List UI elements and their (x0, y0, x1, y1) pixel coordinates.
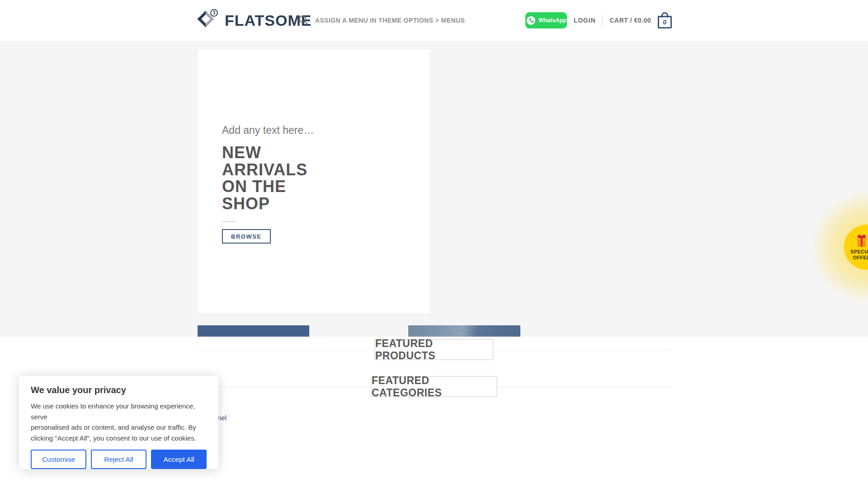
header-divider (602, 14, 603, 27)
assign-menu-notice[interactable]: ASSIGN A MENU IN THEME OPTIONS > MENUS (315, 0, 465, 41)
logo-version-badge: 3 (210, 9, 218, 17)
browse-button[interactable]: BROWSE (222, 229, 271, 244)
cookie-consent-dialog: We value your privacy We use cookies to … (19, 376, 218, 469)
cookie-body-text: We use cookies to enhance your browsing … (31, 401, 207, 443)
category-image-strip-1[interactable] (198, 325, 309, 337)
customise-button[interactable]: Customise (31, 450, 86, 469)
cart-link[interactable]: CART / €0.00 (609, 17, 651, 24)
cookie-title: We value your privacy (31, 385, 207, 395)
category-image-strip-2[interactable] (408, 325, 520, 337)
offer-line2: OFFER (853, 255, 868, 260)
whatsapp-label: WhatsApp (538, 17, 566, 23)
offer-line1: SPECIAL (850, 249, 868, 254)
header-right-group: WhatsApp LOGIN CART / €0.00 0 (525, 0, 672, 41)
flatsome-diamond-icon: 3 (197, 9, 219, 32)
magnifier-glyph (298, 15, 308, 25)
flatsome-logo[interactable]: 3 FLATSOME (197, 0, 311, 41)
hero-heading: NEW ARRIVALS ON THE SHOP (222, 144, 412, 212)
cart-icon[interactable]: 0 (658, 16, 672, 28)
hero-card: Add any text here… NEW ARRIVALS ON THE S… (197, 49, 430, 314)
site-header: 3 FLATSOME ASSIGN A MENU IN THEME OPTION… (0, 0, 868, 41)
search-icon[interactable] (298, 15, 308, 25)
accept-all-button[interactable]: Accept All (151, 450, 207, 469)
hero-divider (222, 221, 236, 222)
whatsapp-button[interactable]: WhatsApp (525, 12, 567, 28)
whatsapp-icon (526, 15, 536, 26)
reject-all-button[interactable]: Reject All (91, 450, 146, 469)
login-link[interactable]: LOGIN (574, 17, 595, 24)
featured-products-title: FEATURED PRODUCTS (374, 339, 494, 360)
gift-icon (854, 234, 868, 248)
hero-kicker-text: Add any text here… (222, 124, 412, 136)
cart-handle-shape (661, 12, 668, 18)
offer-text: SPECIAL OFFER (850, 249, 868, 261)
hero-banner: Add any text here… NEW ARRIVALS ON THE S… (0, 41, 868, 337)
cookie-actions: Customise Reject All Accept All (31, 450, 207, 469)
cart-count-badge: 0 (663, 19, 667, 26)
page: 3 FLATSOME ASSIGN A MENU IN THEME OPTION… (0, 0, 868, 488)
featured-categories-title: FEATURED CATEGORIES (371, 376, 497, 397)
